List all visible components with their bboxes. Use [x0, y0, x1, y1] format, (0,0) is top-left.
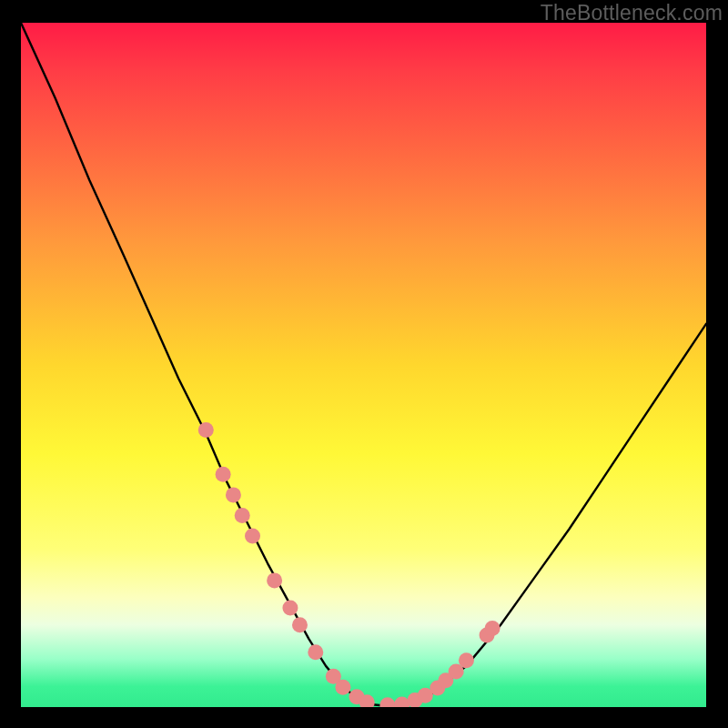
- data-marker: [394, 696, 410, 707]
- data-marker: [292, 617, 308, 632]
- data-marker: [485, 621, 500, 636]
- data-marker: [308, 644, 323, 660]
- data-marker: [267, 572, 282, 588]
- data-marker: [235, 508, 250, 523]
- data-marker: [245, 529, 260, 544]
- chart-svg: [21, 23, 706, 707]
- watermark-text: TheBottleneck.com: [541, 1, 723, 25]
- data-marker: [335, 680, 350, 695]
- data-marker: [216, 467, 231, 482]
- plot-area: [21, 23, 706, 707]
- data-marker: [379, 697, 395, 707]
- data-marker: [282, 600, 298, 615]
- data-marker: [198, 422, 214, 438]
- data-marker: [459, 652, 474, 668]
- bottleneck-curve: [21, 23, 706, 706]
- outer-frame: TheBottleneck.com: [0, 0, 728, 728]
- data-marker: [226, 487, 241, 502]
